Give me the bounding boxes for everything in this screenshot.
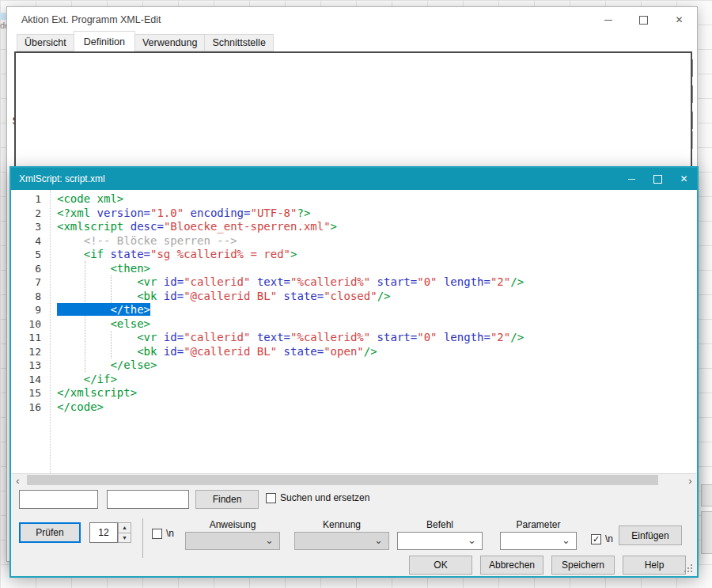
- line-number: 11: [11, 331, 46, 345]
- code-line-12[interactable]: <bk id="@callerid BL" state="open"/>: [57, 345, 697, 359]
- newline-right-label: \n: [605, 533, 613, 544]
- line-number: 6: [11, 262, 46, 276]
- maximize-icon: [653, 175, 662, 184]
- minimize-button[interactable]: [619, 168, 645, 190]
- abbrechen-button[interactable]: Abbrechen: [480, 556, 543, 575]
- dropdown-label-parameter: Parameter: [500, 519, 577, 530]
- line-number-spinner[interactable]: 12: [89, 522, 118, 543]
- einfuegen-button[interactable]: Einfügen: [619, 525, 682, 545]
- maximize-icon: [639, 16, 648, 25]
- line-number: 12: [11, 345, 46, 359]
- finden-button[interactable]: Finden: [195, 490, 259, 509]
- dropdown-parameter[interactable]: ⌄: [500, 532, 577, 550]
- close-icon: ✕: [675, 15, 683, 25]
- chevron-down-icon: ⌄: [468, 535, 476, 545]
- code-line-7[interactable]: <vr id="callerid" text="%callerid%" star…: [57, 275, 697, 290]
- code-line-5[interactable]: <if state="sg %callerid% = red">: [57, 248, 697, 262]
- dropdown-kennung[interactable]: ⌄: [294, 532, 389, 550]
- main-dialog-title: Aktion Ext. Programm XML-Edit: [21, 14, 161, 25]
- resize-grip-icon[interactable]: [684, 564, 692, 572]
- code-line-11[interactable]: <vr id="callerid" text="%callerid%" star…: [57, 331, 697, 345]
- xmlscript-titlebar[interactable]: XmlScript: script.xml ✕: [11, 168, 697, 190]
- dropdown-label-befehl: Befehl: [397, 519, 483, 530]
- xmlscript-title: XmlScript: script.xml: [19, 173, 105, 184]
- chevron-down-icon: ⌄: [374, 535, 383, 545]
- dropdown-anweisung[interactable]: ⌄: [185, 532, 280, 550]
- main-titlebar[interactable]: Aktion Ext. Programm XML-Edit ✕: [7, 7, 697, 32]
- line-number: 9: [11, 303, 46, 317]
- newline-right-checkbox[interactable]: ✓: [591, 534, 601, 544]
- tab-definition[interactable]: Definition: [74, 31, 135, 51]
- newline-right-checkbox-row: ✓ \n: [591, 533, 613, 544]
- code-line-14[interactable]: </if>: [57, 373, 697, 387]
- line-number: 5: [11, 248, 46, 262]
- newline-left-checkbox[interactable]: [152, 529, 162, 539]
- code-line-2[interactable]: <?xml version="1.0" encoding="UTF-8"?>: [57, 207, 697, 221]
- minimize-icon: [628, 179, 635, 180]
- code-line-15[interactable]: </xmlscript>: [57, 386, 697, 400]
- maximize-button[interactable]: [626, 7, 661, 32]
- line-number: 4: [11, 234, 46, 248]
- code-line-1[interactable]: <code xml>: [57, 192, 697, 207]
- ersetzen-checkbox-row: Suchen und ersetzen: [266, 492, 369, 503]
- code-text[interactable]: <code xml><?xml version="1.0" encoding="…: [51, 190, 697, 473]
- spinner-arrows: ▲ ▼: [118, 522, 131, 543]
- ok-button[interactable]: OK: [409, 556, 472, 575]
- close-button[interactable]: ✕: [661, 7, 697, 32]
- newline-left-label: \n: [166, 528, 174, 539]
- suchen-ersetzen-label: Suchen und ersetzen: [280, 492, 369, 503]
- chevron-down-icon: ⌄: [562, 535, 570, 545]
- scroll-left-icon[interactable]: ‹: [11, 474, 25, 487]
- suchen-ersetzen-checkbox[interactable]: [266, 493, 276, 503]
- maximize-button[interactable]: [645, 168, 671, 190]
- tab-übersicht[interactable]: Übersicht: [17, 34, 74, 51]
- background-artifact: [701, 484, 712, 506]
- chevron-down-icon: ⌄: [265, 535, 274, 545]
- xml-code-editor[interactable]: 12345678910111213141516 <code xml><?xml …: [11, 190, 697, 473]
- code-line-4[interactable]: <!-- Blöcke sperren -->: [57, 234, 697, 248]
- code-line-10[interactable]: <else>: [57, 317, 697, 332]
- line-number: 8: [11, 290, 46, 304]
- code-line-3[interactable]: <xmlscript desc="Bloecke_ent-sperren.xml…: [57, 220, 697, 234]
- minimize-button[interactable]: [590, 7, 626, 32]
- background-artifact: [701, 511, 712, 554]
- line-number: 14: [11, 373, 46, 387]
- speichern-button[interactable]: Speichern: [551, 556, 615, 575]
- line-number: 2: [11, 207, 46, 221]
- scrollbar-thumb[interactable]: [27, 475, 658, 485]
- tab-verwendung[interactable]: Verwendung: [134, 34, 206, 51]
- line-number: 13: [11, 358, 46, 373]
- code-line-13[interactable]: </else>: [57, 358, 697, 373]
- close-icon: ✕: [680, 174, 687, 184]
- help-button[interactable]: Help: [623, 556, 686, 575]
- newline-left-checkbox-row: \n: [152, 528, 174, 539]
- line-number: 10: [11, 317, 46, 332]
- code-line-6[interactable]: <then>: [57, 262, 697, 276]
- code-line-8[interactable]: <bk id="@callerid BL" state="closed"/>: [57, 290, 697, 304]
- tab-bar: ÜbersichtDefinitionVerwendungSchnittstel…: [17, 31, 273, 51]
- tab-schnittstelle[interactable]: Schnittstelle: [204, 34, 273, 51]
- search-input-2[interactable]: [107, 490, 189, 509]
- dropdown-label-kennung: Kennung: [294, 519, 389, 530]
- code-line-16[interactable]: </code>: [57, 400, 697, 415]
- dropdown-label-anweisung: Anweisung: [185, 519, 280, 530]
- close-button[interactable]: ✕: [671, 168, 697, 190]
- line-number: 3: [11, 220, 46, 234]
- line-number: 7: [11, 275, 46, 290]
- line-number-gutter: 12345678910111213141516: [11, 190, 46, 473]
- horizontal-scrollbar[interactable]: ‹ ›: [11, 473, 697, 486]
- code-line-9[interactable]: </the>: [57, 303, 697, 317]
- spin-down-icon[interactable]: ▼: [119, 533, 131, 543]
- pruefen-button[interactable]: Prüfen: [19, 522, 81, 543]
- divider: [142, 518, 143, 558]
- dropdown-befehl[interactable]: ⌄: [397, 532, 483, 550]
- line-number: 15: [11, 386, 46, 400]
- spin-up-icon[interactable]: ▲: [119, 523, 131, 533]
- search-input-1[interactable]: [19, 490, 98, 509]
- line-number: 1: [11, 192, 46, 207]
- footer-button-row: OKAbbrechenSpeichernHelp: [11, 556, 686, 575]
- xmlscript-dialog: XmlScript: script.xml ✕ 1234567891011121…: [9, 166, 699, 578]
- line-number: 16: [11, 400, 46, 415]
- minimize-icon: [604, 20, 612, 21]
- scroll-right-icon[interactable]: ›: [684, 474, 697, 487]
